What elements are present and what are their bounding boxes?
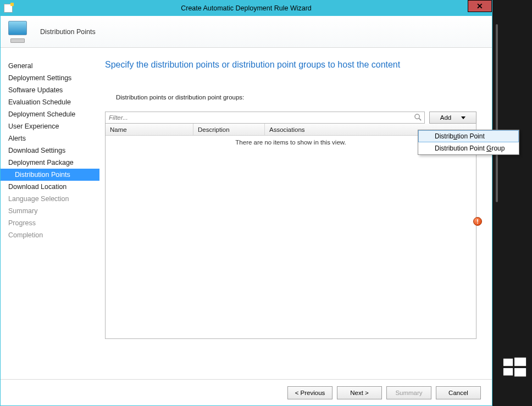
sidebar-item-evaluation-schedule[interactable]: Evaluation Schedule (1, 96, 99, 108)
sidebar-item-language-selection: Language Selection (1, 193, 99, 205)
svg-rect-2 (503, 359, 513, 366)
sidebar-item-software-updates[interactable]: Software Updates (1, 84, 99, 96)
page-heading: Specify the distribution points or distr… (105, 60, 476, 70)
filter-input-wrap (105, 112, 425, 124)
distribution-points-icon (8, 21, 32, 43)
menu-item-distribution-point[interactable]: Distribution Point (418, 130, 519, 142)
sidebar-item-completion: Completion (1, 229, 99, 241)
sidebar-item-summary: Summary (1, 205, 99, 217)
background-scrollbar[interactable] (496, 24, 498, 202)
next-button[interactable]: Next > (337, 386, 382, 399)
main-panel: Specify the distribution points or distr… (99, 48, 492, 379)
titlebar: Create Automatic Deployment Rule Wizard … (1, 1, 492, 16)
sidebar-item-download-location[interactable]: Download Location (1, 181, 99, 193)
wizard-footer: < Previous Next > Summary Cancel (1, 379, 492, 405)
search-icon (414, 113, 422, 121)
wizard-step-sidebar: General Deployment Settings Software Upd… (1, 48, 99, 379)
page-title: Distribution Points (40, 28, 96, 36)
content-area: General Deployment Settings Software Upd… (1, 48, 492, 379)
column-description[interactable]: Description (193, 124, 265, 135)
close-button[interactable]: ✕ (468, 0, 492, 12)
windows-start-icon[interactable] (502, 355, 528, 383)
menu-item-label: Distribution Point (435, 132, 485, 140)
svg-line-1 (419, 118, 421, 120)
wizard-window: Create Automatic Deployment Rule Wizard … (0, 0, 492, 406)
sidebar-item-user-experience[interactable]: User Experience (1, 120, 99, 132)
distribution-points-table: Name Description Associations There are … (105, 124, 476, 339)
menu-item-distribution-point-group[interactable]: Distribution Point Group (418, 142, 519, 154)
close-icon: ✕ (476, 2, 483, 10)
add-button-label: Add (440, 114, 451, 121)
filter-input[interactable] (106, 112, 424, 123)
svg-rect-4 (503, 368, 513, 375)
sidebar-item-deployment-package[interactable]: Deployment Package (1, 157, 99, 169)
section-label: Distribution points or distribution poin… (105, 94, 476, 101)
sidebar-item-progress: Progress (1, 217, 99, 229)
svg-point-0 (415, 114, 419, 119)
svg-rect-3 (514, 358, 526, 366)
sidebar-item-deployment-schedule[interactable]: Deployment Schedule (1, 108, 99, 120)
cancel-button[interactable]: Cancel (436, 386, 481, 399)
chevron-down-icon (461, 116, 465, 119)
svg-rect-5 (514, 368, 526, 376)
window-title: Create Automatic Deployment Rule Wizard (1, 4, 492, 12)
summary-button: Summary (386, 386, 431, 399)
sidebar-item-distribution-points[interactable]: Distribution Points (1, 169, 99, 181)
add-dropdown-menu: Distribution Point Distribution Point Gr… (418, 130, 519, 155)
page-header: Distribution Points (1, 16, 492, 48)
error-icon: ! (473, 217, 482, 226)
add-button[interactable]: Add (429, 112, 476, 124)
sidebar-item-download-settings[interactable]: Download Settings (1, 144, 99, 157)
previous-button[interactable]: < Previous (287, 386, 332, 399)
sidebar-item-alerts[interactable]: Alerts (1, 132, 99, 144)
sidebar-item-deployment-settings[interactable]: Deployment Settings (1, 72, 99, 84)
menu-item-label: Distribution Point Group (435, 144, 505, 152)
column-name[interactable]: Name (106, 124, 193, 135)
sidebar-item-general[interactable]: General (1, 60, 99, 72)
